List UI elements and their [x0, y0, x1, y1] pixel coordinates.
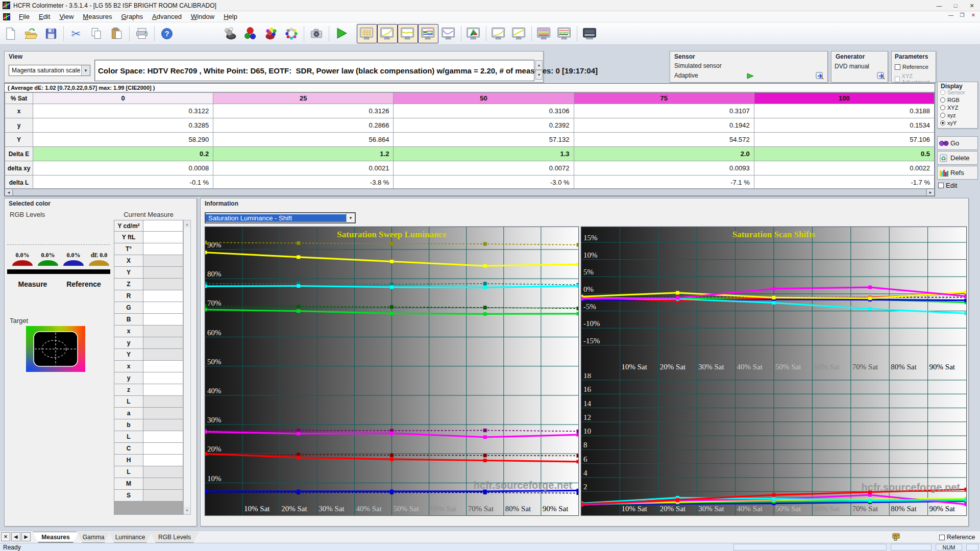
menu-edit[interactable]: Edit: [34, 12, 55, 21]
cut-button[interactable]: ✂: [66, 24, 86, 43]
snapshot-camera-button[interactable]: [306, 24, 327, 43]
measure-cell[interactable]: 0.3107: [574, 104, 754, 118]
copy-button[interactable]: [86, 24, 107, 43]
view-satscan-chart-button[interactable]: [554, 24, 575, 43]
saturation-scale-select[interactable]: Magenta saturation scale ▼: [9, 65, 90, 76]
measure-cell[interactable]: 0.5: [754, 147, 934, 161]
spin-down-button[interactable]: ▼: [535, 70, 543, 80]
scroll-down-icon[interactable]: ▼: [184, 507, 190, 514]
save-file-button[interactable]: [41, 24, 61, 43]
scrollbar-track[interactable]: [13, 189, 926, 196]
view-free-measures-button[interactable]: [579, 24, 600, 43]
edit-checkbox[interactable]: Edit: [938, 182, 957, 189]
bottom-reference-checkbox[interactable]: Reference: [939, 534, 975, 541]
radio-icon[interactable]: [940, 97, 945, 103]
measure-cell[interactable]: 0.0008: [33, 161, 213, 176]
measure-cell[interactable]: 0.2392: [394, 118, 574, 133]
tab-scroll-right-button[interactable]: ▶: [21, 532, 31, 541]
information-view-select[interactable]: Saturation Luminance - Shift ▼: [205, 212, 356, 223]
open-file-button[interactable]: [20, 24, 41, 43]
measure-grayscale-button[interactable]: [220, 24, 240, 43]
measure-cell[interactable]: 0.1534: [754, 118, 934, 133]
measure-primaries-button[interactable]: [240, 24, 261, 43]
measure-cell[interactable]: -0.1 %: [33, 176, 213, 190]
measure-cell[interactable]: 57.106: [754, 133, 934, 147]
display-option-xyy[interactable]: xyY: [940, 120, 957, 126]
measure-cell[interactable]: 56.864: [213, 133, 394, 147]
radio-icon[interactable]: [940, 120, 945, 126]
measure-cell[interactable]: 0.3285: [33, 118, 213, 133]
table-horizontal-scrollbar[interactable]: ◄ ►: [5, 188, 935, 196]
measure-cell[interactable]: 0.0072: [394, 161, 574, 176]
checkbox-icon[interactable]: [938, 183, 944, 188]
view-cie-chart-button[interactable]: [463, 24, 484, 43]
reference-checkbox[interactable]: Reference: [895, 64, 928, 70]
tab-rgb-levels[interactable]: RGB Levels: [150, 532, 199, 543]
view-gamma-chart-button[interactable]: [377, 24, 398, 43]
delete-button[interactable]: ♻Delete: [937, 151, 978, 165]
view-colortemp-chart-button[interactable]: [534, 24, 554, 43]
menu-graphs[interactable]: Graphs: [116, 12, 148, 21]
measure-cell[interactable]: 0.0022: [754, 161, 934, 176]
maximize-button[interactable]: □: [947, 0, 964, 11]
saturation-column-header-25[interactable]: 25: [213, 93, 394, 104]
view-rgb-levels-chart-button[interactable]: [418, 24, 438, 43]
tab-scroll-left-button[interactable]: ◀: [11, 532, 20, 541]
generator-config-icon[interactable]: [876, 71, 886, 80]
display-option-xyz[interactable]: xyz: [940, 112, 956, 118]
measure-cell[interactable]: 0.3188: [754, 104, 934, 118]
tab-gamma[interactable]: Gamma: [77, 532, 110, 543]
menu-advanced[interactable]: Advanced: [148, 12, 186, 21]
checkbox-icon[interactable]: [939, 535, 945, 540]
measure-cell[interactable]: 0.0093: [574, 161, 754, 176]
measure-secondaries-button[interactable]: [261, 24, 281, 43]
measure-all-colors-button[interactable]: [281, 24, 302, 43]
display-option-xyz[interactable]: XYZ: [940, 105, 958, 111]
saturation-column-header-0[interactable]: 0: [33, 93, 213, 104]
measure-cell[interactable]: 0.2: [33, 147, 213, 161]
measure-cell[interactable]: 0.3122: [33, 104, 213, 118]
paste-button[interactable]: [107, 24, 127, 43]
checkbox-icon[interactable]: [895, 64, 900, 70]
scrollbar-thumb[interactable]: [13, 189, 926, 196]
measure-cell[interactable]: -1.7 %: [754, 176, 934, 190]
print-button[interactable]: [132, 24, 152, 43]
sensor-config-icon[interactable]: [815, 71, 824, 80]
view-measures-table-button[interactable]: [357, 24, 377, 43]
measure-cell[interactable]: 2.0: [574, 147, 754, 161]
menu-file[interactable]: File: [14, 12, 34, 21]
spin-up-button[interactable]: ▲: [535, 60, 543, 70]
measure-cell[interactable]: 1.3: [394, 147, 574, 161]
tab-luminance[interactable]: Luminance: [108, 532, 152, 543]
saturation-column-header-75[interactable]: 75: [574, 93, 754, 104]
new-file-button[interactable]: [0, 24, 20, 43]
measure-cell[interactable]: 0.1942: [574, 118, 754, 133]
menu-measures[interactable]: Measures: [78, 12, 116, 21]
run-measures-button[interactable]: [331, 24, 352, 43]
measure-cell[interactable]: 1.2: [213, 147, 394, 161]
measure-cell[interactable]: 57.132: [394, 133, 574, 147]
menu-window[interactable]: Window: [186, 12, 219, 21]
mdi-minimize-button[interactable]: —: [946, 12, 955, 20]
view-contrast-chart-button[interactable]: [509, 24, 529, 43]
saturation-column-header-100[interactable]: 100: [754, 93, 934, 104]
help-about-button[interactable]: ?: [157, 24, 177, 43]
sensor-run-icon[interactable]: [747, 73, 754, 79]
view-nearwhite-chart-button[interactable]: [488, 24, 509, 43]
menu-view[interactable]: View: [55, 12, 78, 21]
menu-help[interactable]: Help: [219, 12, 242, 21]
measure-cell[interactable]: 0.2866: [213, 118, 394, 133]
saturation-column-header-50[interactable]: 50: [394, 93, 574, 104]
measure-cell[interactable]: 0.3106: [394, 104, 574, 118]
measure-vertical-scrollbar[interactable]: ▲ ▼: [183, 220, 191, 515]
tab-close-button[interactable]: ✕: [1, 532, 10, 541]
measure-cell[interactable]: 58.290: [33, 133, 213, 147]
measure-cell[interactable]: -3.0 %: [394, 176, 574, 190]
go-button[interactable]: Go: [937, 136, 978, 150]
mdi-close-button[interactable]: ✕: [969, 12, 978, 20]
minimize-button[interactable]: —: [931, 0, 947, 11]
chevron-down-icon[interactable]: ▼: [81, 65, 90, 76]
measure-cell[interactable]: 0.0021: [213, 161, 394, 176]
radio-icon[interactable]: [940, 105, 945, 110]
mdi-restore-button[interactable]: ❐: [958, 12, 967, 20]
